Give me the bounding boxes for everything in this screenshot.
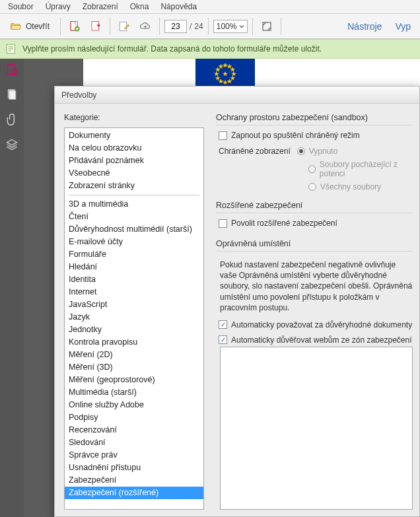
trusted-locations-list[interactable] <box>220 347 413 510</box>
category-item[interactable]: Zabezpečení (rozšířené) <box>65 487 203 499</box>
toolbar-separator <box>252 18 253 35</box>
auto-trust-sites-label: Automaticky důvěřovat webům ze zón zabez… <box>231 335 411 345</box>
toolbar-separator <box>281 18 281 35</box>
category-item[interactable]: Jazyk <box>65 311 203 324</box>
category-item[interactable]: Dokumenty <box>65 129 203 142</box>
protected-view-label: Chráněné zobrazení <box>219 147 291 156</box>
protected-view-files-radio[interactable] <box>308 165 316 173</box>
categories-label: Kategorie: <box>64 113 204 122</box>
page-navigator: / 24 <box>164 20 203 33</box>
form-icon <box>5 43 17 55</box>
pdf-export-button[interactable] <box>87 17 105 36</box>
category-item[interactable]: Zabezpečení <box>65 474 203 487</box>
protected-view-all-radio[interactable] <box>308 183 316 191</box>
edit-button[interactable] <box>115 17 133 36</box>
category-item[interactable]: Formuláře <box>65 248 203 261</box>
menu-help[interactable]: Nápověda <box>155 1 202 13</box>
pdf-arrow-icon <box>90 20 102 32</box>
locations-description: Pokud nastavení zabezpečení negativně ov… <box>220 259 413 313</box>
page-current-input[interactable] <box>164 20 187 33</box>
zoom-select[interactable]: 100% <box>213 20 248 33</box>
category-item[interactable]: Přidávání poznámek <box>65 155 203 167</box>
attachments-icon[interactable] <box>5 113 18 126</box>
category-item[interactable]: Hledání <box>65 261 203 273</box>
menu-window[interactable]: Okna <box>125 1 155 13</box>
cloud-up-icon <box>139 20 151 32</box>
sandbox-title: Ochrany prostoru zabezpečení (sandbox) <box>216 113 413 125</box>
category-item[interactable]: Zobrazení stránky <box>65 180 203 192</box>
category-item[interactable]: Usnadnění přístupu <box>65 462 203 474</box>
toolbar-separator <box>60 18 61 35</box>
tools-panel-button[interactable]: Nástroje <box>342 21 387 32</box>
category-item[interactable]: 3D a multimédia <box>65 198 203 211</box>
menu-file[interactable]: Soubor <box>3 1 39 13</box>
category-item[interactable]: Správce práv <box>65 449 203 462</box>
category-item[interactable]: Jednotky <box>65 324 203 336</box>
category-item[interactable]: Důvěryhodnost multimédií (starší) <box>65 223 203 236</box>
fullscreen-icon <box>261 20 273 32</box>
category-item[interactable]: JavaScript <box>65 298 203 311</box>
enhanced-group: Rozšířené zabezpečení Povolit rozšířené … <box>216 201 413 230</box>
categories-list[interactable]: DokumentyNa celou obrazovkuPřidávání poz… <box>64 127 204 510</box>
pages-icon[interactable] <box>5 88 18 101</box>
left-nav-rail <box>0 59 24 517</box>
cloud-button[interactable] <box>136 17 155 36</box>
category-item[interactable]: E-mailové účty <box>65 236 203 248</box>
auto-trust-sites-checkbox[interactable] <box>219 335 227 344</box>
dialog-title: Předvolby <box>55 86 419 104</box>
category-item[interactable]: Kontrola pravopisu <box>65 336 203 349</box>
pencil-doc-icon <box>118 20 130 32</box>
folder-open-icon <box>10 20 22 32</box>
protected-mode-label: Zapnout po spuštění chráněný režim <box>231 131 360 140</box>
open-label: Otevřít <box>26 22 50 31</box>
eu-flag-image <box>195 59 255 89</box>
protected-mode-checkbox[interactable] <box>219 131 227 140</box>
protected-view-all-label: Všechny soubory <box>320 182 381 191</box>
page-total: 24 <box>194 22 203 31</box>
category-divider <box>69 195 199 195</box>
category-item[interactable]: Multimédia (starší) <box>65 386 203 399</box>
menu-view[interactable]: Zobrazení <box>77 1 123 13</box>
protected-view-files-label: Soubory pocházející z potenci <box>320 160 413 178</box>
category-item[interactable]: Měření (2D) <box>65 349 203 361</box>
enhanced-title: Rozšířené zabezpečení <box>216 201 413 213</box>
menu-edit[interactable]: Úpravy <box>40 1 76 13</box>
menubar: Soubor Úpravy Zobrazení Okna Nápověda <box>0 0 420 14</box>
enable-enhanced-checkbox[interactable] <box>219 219 227 228</box>
category-item[interactable]: Sledování <box>65 436 203 449</box>
toolbar-separator <box>159 18 160 35</box>
preferences-dialog: Předvolby Kategorie: DokumentyNa celou o… <box>54 86 420 517</box>
protected-view-off-label: Vypnuto <box>309 147 338 156</box>
sandbox-group: Ochrany prostoru zabezpečení (sandbox) Z… <box>216 113 413 191</box>
svg-rect-3 <box>120 22 127 31</box>
category-item[interactable]: Měření (geoprostorové) <box>65 374 203 386</box>
page-sep: / <box>190 22 192 31</box>
auto-trust-docs-label: Automaticky považovat za důvěryhodné dok… <box>231 320 412 329</box>
enable-enhanced-label: Povolit rozšířené zabezpečení <box>231 219 337 228</box>
category-item[interactable]: Čtení <box>65 211 203 223</box>
category-item[interactable]: Všeobecné <box>65 167 203 180</box>
fit-button[interactable] <box>258 17 276 36</box>
layers-icon[interactable] <box>5 138 18 151</box>
pdf-doc-icon <box>69 20 81 32</box>
auto-trust-docs-checkbox[interactable] <box>219 320 227 329</box>
svg-rect-9 <box>9 90 16 99</box>
pdf-create-button[interactable] <box>65 17 84 36</box>
protected-view-off-radio[interactable] <box>297 147 305 155</box>
svg-rect-4 <box>263 22 271 30</box>
toolbar-separator <box>208 18 209 35</box>
open-button[interactable]: Otevřít <box>4 17 55 36</box>
toolbar: Otevřít / 24 100% <box>0 14 420 39</box>
fill-panel-button[interactable]: Vyp <box>390 21 416 32</box>
settings-panel: Ochrany prostoru zabezpečení (sandbox) Z… <box>216 113 413 510</box>
category-item[interactable]: Měření (3D) <box>65 361 203 374</box>
form-info-banner: Vyplňte prosím následující formulář. Dat… <box>0 39 420 59</box>
category-item[interactable]: Recenzování <box>65 424 203 436</box>
category-item[interactable]: Identita <box>65 273 203 286</box>
category-item[interactable]: Internet <box>65 286 203 298</box>
category-item[interactable]: Podpisy <box>65 411 203 424</box>
category-item[interactable]: Na celou obrazovku <box>65 142 203 155</box>
category-item[interactable]: Online služby Adobe <box>65 399 203 411</box>
thumbnails-icon[interactable] <box>5 63 18 76</box>
form-info-text: Vyplňte prosím následující formulář. Dat… <box>22 44 322 53</box>
